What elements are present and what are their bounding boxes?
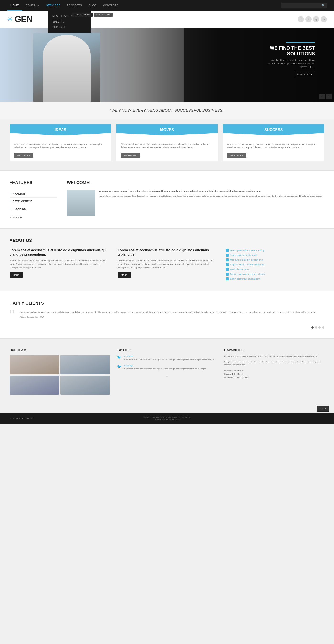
about-link-3[interactable]: Mes cunit dia. Sed in lacus ut enim	[226, 258, 324, 262]
dot-3[interactable]	[318, 326, 321, 329]
nav-projects[interactable]: PROJECTS	[64, 0, 85, 11]
tab-management[interactable]: MANAGEMENT	[72, 12, 93, 17]
dropdown-support[interactable]: SUPPORT	[48, 24, 91, 30]
hero-person-image	[33, 33, 100, 102]
social-google[interactable]: g	[313, 16, 319, 22]
about-link-6[interactable]: Donec sagittis euismo purus sit oreo	[226, 272, 324, 276]
bullet-icon-2	[226, 254, 229, 256]
nav-blog[interactable]: BLOG	[85, 0, 100, 11]
capabilities-column: CAPABILITIES At vero eos et accusamus et…	[224, 348, 324, 395]
about-links-col: Lorem ipsum dolor sit conus adicing Aliq…	[226, 248, 324, 281]
chevron-right-icon-development: ›	[10, 200, 10, 203]
twitter-text-2: At vero eos et accusamus et iusto odio d…	[124, 368, 206, 370]
footer-grid: OUR TEAM TWITTER 🐦 5 Days ago At vero eo…	[0, 339, 334, 404]
card-moves: MOVES At vero eos et accusamus et iusto …	[116, 124, 218, 161]
privacy-policy-link[interactable]: PRIVACY POLICY	[17, 417, 33, 420]
twitter-scroll-button[interactable]: ⌄	[117, 374, 217, 378]
welcome-text-block: At vero eos et accusamus et iusto odigni…	[99, 190, 322, 216]
tab-integration[interactable]: INTEGRATION	[94, 12, 113, 17]
capabilities-title: CAPABILITIES	[224, 348, 324, 352]
about-link-5[interactable]: Vestibul urmsd ante	[226, 267, 324, 272]
about-link-4[interactable]: Aliquam dapibus tincidunt ntbent just	[226, 262, 324, 267]
about-col1-btn[interactable]: MORE	[10, 272, 23, 278]
capabilities-text-1: At vero eos et accusamus et iusto odio d…	[224, 355, 324, 358]
quote-content: Lorem ipsum dolor sit amet, consectetur …	[19, 310, 317, 318]
header: HOME COMPANY SERVICES PROJECTS BLOG CONT…	[0, 0, 334, 11]
nav-menu: HOME COMPANY SERVICES PROJECTS BLOG CONT…	[7, 0, 122, 11]
features-title: FEATURES	[10, 180, 57, 185]
feature-development[interactable]: › DEVELOPMENT	[10, 198, 57, 205]
feature-analysis-label: ANALYSIS	[13, 192, 26, 195]
card-ideas-btn[interactable]: READ MORE	[14, 153, 33, 158]
hero-prev-arrow[interactable]: ‹	[319, 94, 325, 99]
card-success-btn[interactable]: READ MORE	[227, 153, 246, 158]
about-link-2[interactable]: Aliqua nigue fermentum nisl	[226, 253, 324, 258]
hero-title: WE FIND THE BEST SOLUTIONS	[262, 45, 315, 56]
dropdown-tabs: MANAGEMENT INTEGRATION	[70, 11, 114, 19]
features-column: FEATURES › ANALYSIS › DEVELOPMENT › PLAN…	[10, 180, 57, 219]
card-moves-btn[interactable]: READ MORE	[121, 153, 140, 158]
cards-section: IDEAS At vero eos et accusamus et iusto …	[0, 119, 334, 170]
twitter-item-2: 🐦 5 Days ago At vero eos et accusamus et…	[117, 364, 217, 370]
hero-section: WE FIND THE BEST SOLUTIONS Sui blanditii…	[0, 28, 334, 102]
card-moves-body: At vero eos et accusamus et iusto odio d…	[116, 138, 218, 160]
social-twitter[interactable]: t	[305, 16, 311, 22]
team-photo-2	[60, 355, 110, 374]
bullet-icon-6	[226, 273, 229, 276]
team-photos-grid	[10, 355, 110, 395]
card-ideas-title: IDEAS	[10, 124, 111, 135]
about-link-1[interactable]: Lorem ipsum dolor sit conus adicing	[226, 248, 324, 253]
dot-2[interactable]	[315, 326, 317, 329]
bullet-icon-5	[226, 268, 229, 271]
nav-contacts[interactable]: CONTACTS	[100, 0, 122, 11]
twitter-content-1: 5 Days ago At vero eos et accusamus et i…	[124, 355, 215, 361]
about-link-text-4: Aliquam dapibus tincidunt ntbent just	[230, 264, 265, 266]
logo[interactable]: ✳ GEN	[7, 14, 33, 24]
about-link-7[interactable]: Enlum dolorenque laudantolom	[226, 276, 324, 281]
about-link-text-6: Donec sagittis euismo purus sit oreo	[230, 273, 265, 275]
welcome-title: WELCOME!	[67, 180, 324, 185]
team-photo-1	[10, 355, 59, 374]
bullet-icon-4	[226, 263, 229, 266]
feature-planning[interactable]: › PLANNING	[10, 205, 57, 213]
welcome-body-text: Aprov denim ique sunt in culpap officia …	[99, 194, 322, 198]
tagline: "WE KNOW EVERYTHING ABOUT SUCCESSFUL BUS…	[0, 102, 334, 119]
twitter-bird-icon-1: 🐦	[117, 355, 122, 361]
hero-next-arrow[interactable]: ›	[326, 94, 331, 99]
search-box: 🔍	[281, 3, 327, 8]
author-name: William Sawyer,	[19, 316, 34, 318]
nav-services[interactable]: SERVICES	[43, 0, 63, 11]
address-line2: Glasgow DC 45 Fr 45	[224, 372, 324, 376]
about-link-text-2: Aliqua nigue fermentum nisl	[230, 254, 257, 256]
person-silhouette	[43, 35, 91, 102]
tagline-text: "WE KNOW EVERYTHING ABOUT SUCCESSFUL BUS…	[110, 108, 224, 112]
clients-quote: " Lorem ipsum dolor sit amet, consectetu…	[10, 310, 324, 322]
hero-read-more-button[interactable]: READ MORE ▶	[295, 72, 315, 76]
feature-analysis[interactable]: › ANALYSIS	[10, 190, 57, 198]
twitter-date-2: 5 Days ago	[124, 364, 206, 366]
hero-person-img	[33, 33, 100, 102]
twitter-item-1: 🐦 5 Days ago At vero eos et accusamus et…	[117, 355, 217, 361]
twitter-content-2: 5 Days ago At vero eos et accusamus et i…	[124, 364, 206, 370]
dropdown-special[interactable]: SPECIAL	[48, 19, 91, 24]
team-title: OUR TEAM	[10, 348, 110, 352]
dot-4[interactable]	[322, 326, 324, 329]
hero-accent-line	[286, 42, 315, 43]
bullet-icon-7	[226, 278, 229, 280]
about-col2-btn[interactable]: MORE	[118, 272, 131, 278]
welcome-bold-text: At vero eos et accusamus et iusto odigni…	[99, 190, 322, 192]
quote-author: William Sawyer, New York	[19, 316, 317, 318]
about-col-2: Lorem eos et accusamus et iusto odio dig…	[118, 248, 216, 281]
search-input[interactable]	[283, 4, 321, 7]
nav-company[interactable]: COMPANY	[22, 0, 43, 11]
capabilities-address: 9870 St Vincent Place, Glasgow DC 45 Fr …	[224, 369, 324, 379]
copyright-year: © 2012 |	[10, 417, 17, 420]
card-moves-title: MOVES	[116, 124, 218, 135]
social-linkedin[interactable]: in	[321, 16, 327, 22]
view-all-arrow-icon: ▶	[20, 216, 22, 219]
social-facebook[interactable]: f	[298, 16, 304, 22]
nav-home[interactable]: HOME	[7, 0, 22, 11]
dot-1[interactable]	[311, 326, 314, 329]
view-all-link[interactable]: VIEW ALL ▶	[10, 216, 57, 219]
to-top-button[interactable]: TO TOP	[316, 406, 329, 412]
